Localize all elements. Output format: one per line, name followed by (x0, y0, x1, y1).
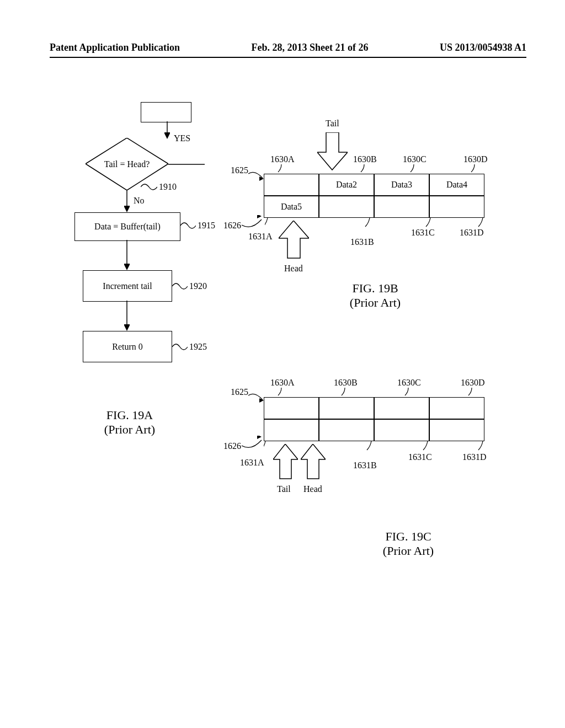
fig19c-buffer (264, 397, 484, 441)
ref-1920-tie (172, 282, 188, 290)
fig19b-head-arrow (279, 221, 309, 259)
fig19b-r1c3: Data4 (429, 174, 484, 196)
arrow-step1-to-step2 (124, 240, 130, 270)
ref-1920: 1920 (189, 281, 207, 291)
fig19b-row1-ref: 1625 (231, 165, 248, 175)
fig19c-head-arrow (301, 444, 326, 480)
fig19a-step3-text: Return 0 (112, 342, 143, 352)
fig19c-topref-0: 1630A (270, 378, 295, 388)
ref-1910: 1910 (159, 182, 177, 192)
fig19b-r2c0-t: Data5 (281, 202, 302, 212)
fig19b-r1c2: Data3 (374, 174, 429, 196)
fig19c-topref-2: 1630C (397, 378, 421, 388)
svg-marker-9 (279, 221, 309, 258)
arrow-decision-to-step1 (124, 190, 130, 212)
svg-marker-12 (273, 444, 298, 479)
fig19b-topref-2: 1630C (403, 154, 427, 164)
fig19b-r1c2-t: Data3 (391, 180, 412, 190)
fig19a-yes-label: YES (174, 133, 190, 143)
fig19c-topref-1: 1630B (334, 378, 358, 388)
fig19a-step2-text: Increment tail (103, 281, 152, 291)
fig19a-step3: Return 0 (83, 331, 172, 362)
fig19a-decision: Tail = Head? (86, 138, 168, 190)
fig19b-head-label: Head (284, 264, 303, 274)
fig19c-r2c3 (429, 419, 484, 441)
fig19c-topref-3: 1630D (461, 378, 485, 388)
fig19b-tail-label: Tail (326, 119, 339, 129)
ref-1915-tie (180, 222, 196, 229)
svg-marker-8 (257, 215, 262, 218)
fig19c-r1c1 (319, 397, 374, 419)
fig19a-no-label: No (134, 196, 145, 206)
fig19c-r1c2 (374, 397, 429, 419)
fig19b-botref-3: 1631D (460, 228, 484, 238)
svg-marker-11 (257, 436, 262, 439)
fig19c-botref-0: 1631A (240, 458, 264, 468)
fig19a-step1-text: Data = Buffer(tail) (94, 222, 161, 232)
fig19a-decision-text: Tail = Head? (86, 138, 168, 190)
fig19b-botref-1: 1631B (350, 237, 374, 247)
fig19b-topref-3: 1630D (463, 154, 488, 164)
fig19b-r2c1 (319, 196, 374, 218)
fig19c-botref-3: 1631D (462, 452, 487, 462)
fig19c-caption-l1: FIG. 19C (364, 529, 452, 544)
ref-1915: 1915 (198, 221, 215, 231)
fig19a-entry-box (141, 102, 191, 122)
fig19c-head-label: Head (303, 484, 322, 494)
fig19c-r2c1 (319, 419, 374, 441)
fig19c-row1-ref: 1625 (231, 387, 248, 397)
fig19c-caption: FIG. 19C (Prior Art) (364, 529, 452, 558)
fig19c-r1c0 (264, 397, 319, 419)
arrow-step2-to-step3 (124, 301, 130, 331)
fig19a-step2: Increment tail (83, 270, 172, 302)
fig19b-r2c0: Data5 (264, 196, 319, 218)
arrow-yes (168, 163, 207, 166)
fig19c-tail-label: Tail (277, 484, 291, 494)
figure-canvas: Tail = Head? YES 1910 No Data = Buffer(t… (0, 0, 565, 728)
fig19b-1625-lead (248, 171, 265, 182)
fig19b-buffer: Data2 Data3 Data4 Data5 (264, 174, 484, 218)
svg-marker-13 (301, 444, 326, 479)
fig19c-1625-lead (248, 393, 265, 404)
ref-1925: 1925 (189, 342, 207, 352)
fig19b-caption-l2: (Prior Art) (331, 296, 419, 310)
fig19a-caption-l2: (Prior Art) (94, 422, 166, 437)
fig19b-r1c3-t: Data4 (446, 180, 467, 190)
fig19c-caption-l2: (Prior Art) (364, 544, 452, 558)
ref-1925-tie (172, 343, 188, 351)
fig19b-r2c2 (374, 196, 429, 218)
fig19b-row2-ref: 1626 (223, 221, 241, 231)
ref-1910-tie (141, 183, 157, 191)
fig19b-caption: FIG. 19B (Prior Art) (331, 281, 419, 310)
fig19c-row2-ref: 1626 (223, 441, 241, 451)
fig19b-botref-0: 1631A (248, 232, 273, 242)
fig19a-caption: FIG. 19A (Prior Art) (94, 408, 166, 437)
fig19a-step1: Data = Buffer(tail) (74, 212, 180, 241)
fig19b-r1c1-t: Data2 (336, 180, 357, 190)
fig19b-botref-2: 1631C (411, 228, 435, 238)
fig19c-r2c2 (374, 419, 429, 441)
fig19b-topref-1: 1630B (353, 154, 377, 164)
arrow-entry-to-decision (164, 121, 170, 139)
fig19c-1626-lead (242, 436, 264, 449)
fig19b-topref-0: 1630A (270, 154, 295, 164)
fig19a-caption-l1: FIG. 19A (94, 408, 166, 422)
fig19c-botref-2: 1631C (408, 452, 432, 462)
fig19b-r1c1: Data2 (319, 174, 374, 196)
fig19b-r2c3 (429, 196, 484, 218)
fig19c-tail-arrow (273, 444, 298, 480)
fig19b-caption-l1: FIG. 19B (331, 281, 419, 296)
fig19b-r1c0 (264, 174, 319, 196)
fig19c-r2c0 (264, 419, 319, 441)
fig19c-botref-1: 1631B (353, 461, 377, 470)
fig19c-r1c3 (429, 397, 484, 419)
fig19b-1626-lead (242, 215, 264, 229)
